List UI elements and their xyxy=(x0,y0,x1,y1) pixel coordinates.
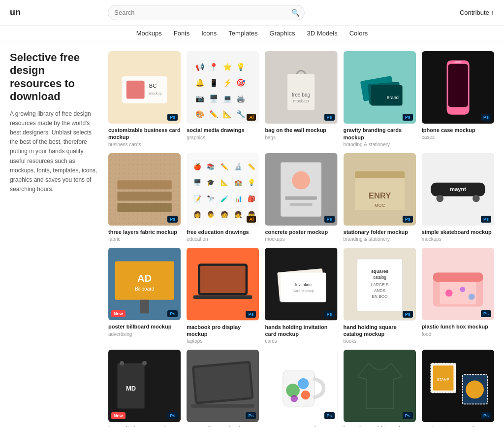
svg-text:EN BOO: EN BOO xyxy=(372,295,388,299)
svg-text:📝: 📝 xyxy=(193,195,202,202)
grid-item-12[interactable]: Psmacbook pro display mockuplaptops xyxy=(187,248,259,344)
svg-text:👨: 👨 xyxy=(207,211,216,219)
svg-rect-88 xyxy=(281,273,326,302)
svg-point-119 xyxy=(291,395,298,402)
grid-item-11[interactable]: ADBillboardPsNewposter billboard mockupa… xyxy=(108,248,181,344)
item-title: gravity branding cards mockup xyxy=(344,127,416,141)
svg-text:🍎: 🍎 xyxy=(193,163,202,171)
svg-text:mockup: mockup xyxy=(149,91,162,96)
grid-item-9[interactable]: ENRYMOCPsstationary folder mockupbrandin… xyxy=(344,153,416,242)
nav-item-icons[interactable]: Icons xyxy=(201,30,217,37)
item-badge: Ps xyxy=(167,114,178,121)
item-badge: Ps xyxy=(481,216,491,223)
resource-grid: BCmockupPscustomizable business card moc… xyxy=(108,51,494,427)
svg-point-75 xyxy=(436,195,443,202)
svg-text:🏫: 🏫 xyxy=(234,179,243,187)
svg-text:maynt: maynt xyxy=(450,186,466,192)
nav-item-mockups[interactable]: Mockups xyxy=(136,30,162,37)
item-category: advertising xyxy=(108,331,181,337)
item-title: concrete poster mockup xyxy=(265,229,337,235)
grid-item-5[interactable]: Psiphone case mockupcases xyxy=(422,51,494,147)
nav-item-colors[interactable]: Colors xyxy=(349,30,368,37)
svg-rect-85 xyxy=(193,296,252,299)
svg-text:STAMP: STAMP xyxy=(437,377,449,382)
svg-text:🧑: 🧑 xyxy=(220,211,229,219)
grid-item-4[interactable]: BrandPsgravity branding cards mockupbran… xyxy=(344,51,416,147)
svg-text:🖥️: 🖥️ xyxy=(193,179,202,187)
nav-item-fonts[interactable]: Fonts xyxy=(174,30,190,37)
grid-item-1[interactable]: BCmockupPscustomizable business card moc… xyxy=(108,51,181,147)
svg-point-118 xyxy=(301,391,310,399)
svg-rect-100 xyxy=(433,273,483,282)
svg-rect-81 xyxy=(140,300,149,314)
svg-text:🎨: 🎨 xyxy=(196,110,205,119)
new-badge: New xyxy=(111,412,126,419)
logo[interactable]: un xyxy=(10,7,21,18)
search-input[interactable] xyxy=(108,5,305,20)
svg-rect-34 xyxy=(454,61,462,63)
item-title: social media drawings xyxy=(187,127,259,133)
svg-point-109 xyxy=(142,361,147,365)
svg-text:📏: 📏 xyxy=(248,163,256,171)
item-badge: Ps xyxy=(324,114,335,121)
item-title: large city banner mockup xyxy=(108,425,181,427)
item-badge: Ai xyxy=(247,114,256,121)
item-title: plastic lunch box mockup xyxy=(422,323,494,330)
nav-item-3d-models[interactable]: 3D Models xyxy=(307,30,338,37)
item-badge: Ps xyxy=(246,311,256,318)
item-title: long sleeve shirt mockup xyxy=(344,425,416,427)
svg-text:✏️: ✏️ xyxy=(220,163,229,171)
grid-item-10[interactable]: mayntPssimple skateboard mockupmockups xyxy=(422,153,494,242)
grid-item-2[interactable]: 📢📍⭐💡🔔📱⚡🎯📷🖥️💻🖨️🎨✏️📐🔧Aisocial media drawin… xyxy=(187,51,259,147)
svg-rect-113 xyxy=(191,404,254,407)
grid-item-8[interactable]: Psconcrete poster mockupmockups xyxy=(265,153,337,242)
item-title: stationary folder mockup xyxy=(344,229,416,235)
sidebar-description: A growing library of free design resourc… xyxy=(10,109,98,195)
svg-text:💡: 💡 xyxy=(236,63,246,71)
svg-text:📷: 📷 xyxy=(196,94,205,103)
svg-text:🧪: 🧪 xyxy=(220,195,229,202)
item-badge: Ps xyxy=(324,311,335,318)
grid-item-18[interactable]: Psespresso mug mockupbeverages xyxy=(265,350,337,427)
svg-text:👧: 👧 xyxy=(234,211,243,219)
svg-text:💻: 💻 xyxy=(223,94,232,103)
item-badge: Ps xyxy=(403,216,413,223)
header: un 🔍 Contribute ↑ xyxy=(0,0,504,26)
grid-item-6[interactable]: Psthree layers fabric mockupfabric xyxy=(108,153,181,242)
grid-item-20[interactable]: STAMPPspostage stamp mockupmockups xyxy=(422,350,494,427)
svg-text:💡: 💡 xyxy=(248,179,256,187)
grid-item-16[interactable]: MDPsNewlarge city banner mockupadvertisi… xyxy=(108,350,181,427)
item-badge: Ps xyxy=(324,412,335,419)
grid-item-17[interactable]: Psperspective macbook pro 16 mockuplapto… xyxy=(187,350,259,427)
item-category: business cards xyxy=(108,142,181,147)
nav-item-graphics[interactable]: Graphics xyxy=(270,30,295,37)
item-category: cases xyxy=(422,134,494,140)
svg-text:🎯: 🎯 xyxy=(236,78,246,87)
item-category: mockups xyxy=(422,236,494,242)
grid-item-13[interactable]: InvitationCard MockupPshands holding inv… xyxy=(265,248,337,344)
grid-item-14[interactable]: squarescatalogLARGE SANDSEN BOOPshand ho… xyxy=(344,248,416,344)
grid-item-7[interactable]: 🍎📚✏️🔬📏🖥️🎓📐🏫💡📝🔭🧪📊🎒👩👨🧑👧👦Aifree education d… xyxy=(187,153,259,242)
svg-text:Invitation: Invitation xyxy=(295,283,312,287)
svg-text:LARGE S: LARGE S xyxy=(371,283,388,287)
item-badge: Ps xyxy=(167,412,178,419)
grid-item-19[interactable]: Pslong sleeve shirt mockupapparel xyxy=(344,350,416,427)
item-thumbnail: BrandPs xyxy=(344,51,416,124)
grid-item-3[interactable]: free bagmock-upPsbag on the wall mockupb… xyxy=(265,51,337,147)
grid-item-15[interactable]: Psplastic lunch box mockupfood xyxy=(422,248,494,344)
new-badge: New xyxy=(111,310,126,317)
svg-text:BC: BC xyxy=(149,83,157,89)
item-thumbnail: InvitationCard MockupPs xyxy=(265,248,337,320)
svg-rect-2 xyxy=(126,81,145,99)
svg-text:🎓: 🎓 xyxy=(207,179,216,187)
item-thumbnail: MDPsNew xyxy=(108,350,181,422)
svg-text:✏️: ✏️ xyxy=(209,110,219,119)
nav-item-templates[interactable]: Templates xyxy=(228,30,257,37)
item-thumbnail: 📢📍⭐💡🔔📱⚡🎯📷🖥️💻🖨️🎨✏️📐🔧Ai xyxy=(187,51,259,124)
svg-text:🖨️: 🖨️ xyxy=(236,94,246,103)
svg-text:🔬: 🔬 xyxy=(234,163,243,171)
contribute-button[interactable]: Contribute ↑ xyxy=(460,9,494,16)
svg-rect-112 xyxy=(194,363,252,402)
svg-text:👩: 👩 xyxy=(193,211,202,219)
item-badge: Ps xyxy=(167,216,178,223)
